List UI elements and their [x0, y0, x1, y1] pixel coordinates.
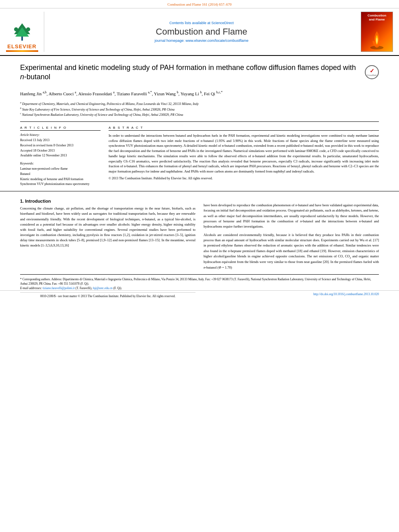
- cover-flame-icon: [369, 29, 385, 49]
- issn-line: 0010-2180/$ - see front matter © 2013 Th…: [20, 292, 195, 300]
- homepage-line: journal homepage: www.elsevier.com/locat…: [154, 39, 249, 43]
- cover-title: Combustion and Flame: [368, 14, 387, 21]
- crossmark-label: CrossMark: [367, 74, 376, 76]
- left-column: 1. Introduction Concerning the climate c…: [20, 195, 195, 270]
- section1-heading: 1. Introduction: [20, 199, 195, 203]
- elsevier-wordmark: ELSEVIER: [7, 43, 36, 49]
- journal-cover-thumbnail: Combustion and Flame: [361, 12, 393, 52]
- section1-para1: Concerning the climate change, air pollu…: [20, 206, 195, 248]
- crossmark-icon: ✓: [370, 68, 374, 74]
- sciencedirect-line: Contents lists available at ScienceDirec…: [169, 21, 234, 25]
- journal-title: Combustion and Flame: [156, 27, 247, 37]
- email-qi[interactable]: fqi@ustc.edu.cn: [93, 286, 113, 290]
- received-date: Received 13 July 2013: [20, 138, 101, 143]
- journal-citation: Combustion and Flame 161 (2014) 657–670: [167, 2, 232, 6]
- available-date: Available online 12 November 2013: [20, 153, 101, 158]
- main-content: 1. Introduction Concerning the climate c…: [0, 191, 399, 274]
- footnotes-section: * Corresponding authors. Address: Dipart…: [20, 274, 379, 291]
- journal-header: ELSEVIER Contents lists available at Sci…: [0, 8, 399, 56]
- keyword-1: Laminar non-premixed coflow flame: [20, 166, 101, 172]
- keyword-4: Synchrotron VUV photoionization mass spe…: [20, 182, 101, 187]
- abstract-column: A B S T R A C T In order to understand t…: [109, 126, 379, 187]
- copyright-line: © 2013 The Combustion Institute. Publish…: [109, 177, 379, 180]
- homepage-link[interactable]: www.elsevier.com/locate/combustflame: [185, 39, 249, 43]
- keywords-label: Keywords:: [20, 162, 101, 165]
- section1-para3: Alcohols are considered environmentally …: [204, 232, 379, 270]
- revised-date: Received in revised form 8 October 2013: [20, 143, 101, 148]
- authors-block: Hanfeng Jin a,b, Alberto Cuoci a, Alessi…: [0, 90, 399, 99]
- right-column: have been developed to reproduce the com…: [204, 195, 379, 270]
- email-faravelli[interactable]: tiziano.faravelli@polimi.it: [43, 286, 75, 290]
- svg-point-3: [14, 27, 18, 31]
- accepted-date: Accepted 18 October 2013: [20, 148, 101, 154]
- article-history-label: Article history:: [20, 133, 101, 137]
- footnote-corresponding: * Corresponding authors. Address: Dipart…: [20, 277, 379, 286]
- article-info-label: A R T I C L E I N F O: [20, 126, 101, 131]
- svg-point-4: [26, 27, 30, 31]
- article-title: Experimental and kinetic modeling study …: [20, 63, 361, 82]
- article-title-block: Experimental and kinetic modeling study …: [20, 63, 361, 86]
- abstract-text: In order to understand the interactions …: [109, 133, 379, 174]
- article-title-section: Experimental and kinetic modeling study …: [0, 56, 399, 90]
- footnote-email: E-mail addresses: tiziano.faravelli@poli…: [20, 286, 379, 290]
- crossmark-badge[interactable]: ✓ CrossMark: [365, 65, 379, 79]
- article-info-column: A R T I C L E I N F O Article history: R…: [20, 126, 101, 187]
- affiliations-block: a Department of Chemistry, Materials, an…: [0, 99, 399, 121]
- article-info-abstract-section: A R T I C L E I N F O Article history: R…: [0, 122, 399, 191]
- journal-citation-bar: Combustion and Flame 161 (2014) 657–670: [0, 0, 399, 8]
- journal-cover-image: Combustion and Flame: [359, 12, 395, 52]
- keyword-3: Kinetic modeling of benzene and PAH form…: [20, 177, 101, 182]
- journal-header-center: Contents lists available at ScienceDirec…: [44, 12, 359, 52]
- doi-link[interactable]: http://dx.doi.org/10.1016/j.combustflame…: [313, 292, 379, 300]
- bottom-bar: 0010-2180/$ - see front matter © 2013 Th…: [0, 290, 399, 301]
- elsevier-tree-icon: [8, 21, 36, 43]
- sciencedirect-link[interactable]: ScienceDirect: [212, 21, 234, 25]
- section1-para2: have been developed to reproduce the com…: [204, 203, 379, 229]
- elsevier-bar: [6, 50, 38, 52]
- abstract-label: A B S T R A C T: [109, 126, 379, 131]
- elsevier-logo: ELSEVIER: [4, 12, 44, 52]
- keyword-2: Butanol: [20, 172, 101, 177]
